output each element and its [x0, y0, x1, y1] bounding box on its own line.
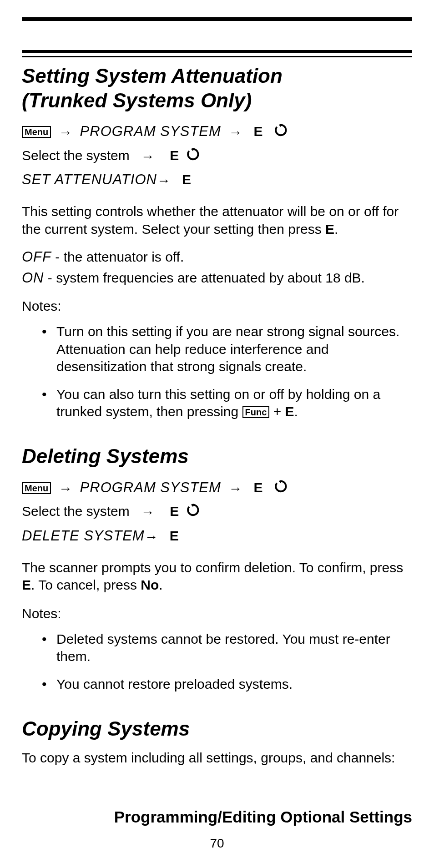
key-E: E — [254, 124, 263, 139]
select-system-text: Select the system — [22, 148, 130, 163]
section2-notes: Deleted systems cannot be restored. You … — [22, 631, 412, 693]
lcd-program-system: PROGRAM SYSTEM — [80, 123, 221, 139]
menu-badge: Menu — [22, 126, 51, 138]
key-No: No — [141, 577, 159, 592]
option-on-text: - system frequencies are attenuated by a… — [44, 270, 365, 285]
scroll-icon — [274, 122, 287, 136]
section1-body: This setting controls whether the attenu… — [22, 203, 412, 238]
key-E: E — [22, 577, 31, 592]
option-off: OFF - the attenuator is off. — [22, 248, 412, 266]
section2-nav-line1: Menu → PROGRAM SYSTEM → E — [22, 477, 412, 499]
option-on: ON - system frequencies are attenuated b… — [22, 269, 412, 287]
section1-notes-label: Notes: — [22, 298, 412, 314]
section2-notes-label: Notes: — [22, 606, 412, 621]
select-system-text: Select the system — [22, 504, 130, 519]
top-rules — [22, 0, 412, 57]
scroll-icon — [274, 478, 287, 492]
page-number: 70 — [0, 836, 434, 851]
arrow-icon: → — [141, 502, 155, 523]
section2-body: The scanner prompts you to confirm delet… — [22, 559, 412, 594]
section2-body-a: The scanner prompts you to confirm delet… — [22, 560, 403, 575]
list-item: You cannot restore preloaded systems. — [44, 676, 412, 693]
note2-a: You can also turn this setting on or off… — [56, 387, 380, 419]
arrow-icon: → — [145, 526, 158, 548]
lcd-program-system: PROGRAM SYSTEM — [80, 479, 221, 495]
key-E: E — [182, 172, 191, 187]
lcd-off: OFF — [22, 249, 51, 265]
note-text: You cannot restore preloaded systems. — [56, 676, 293, 691]
key-E: E — [170, 504, 179, 519]
list-item: You can also turn this setting on or off… — [44, 386, 412, 421]
lcd-set-attenuation: SET ATTENUATION — [22, 172, 157, 187]
func-badge: Func — [242, 406, 270, 418]
note2-plus: + — [273, 404, 285, 419]
key-E: E — [254, 480, 263, 495]
note1-text: Turn on this setting if you are near str… — [56, 324, 399, 374]
footer-title: Programming/Editing Optional Settings — [0, 808, 412, 826]
arrow-icon: → — [59, 478, 72, 500]
arrow-icon: → — [229, 478, 242, 500]
note2-b: . — [294, 404, 298, 419]
section2-title: Deleting Systems — [22, 444, 412, 469]
section2-body-c: . — [159, 577, 162, 592]
section1-body-a: This setting controls whether the attenu… — [22, 204, 399, 236]
section1-body-b: . — [334, 222, 338, 237]
arrow-icon: → — [141, 146, 155, 167]
section1-nav-line1: Menu → PROGRAM SYSTEM → E — [22, 121, 412, 143]
menu-badge: Menu — [22, 482, 51, 494]
section2-nav-line3: DELETE SYSTEM→ E — [22, 525, 412, 547]
section1-nav-line3: SET ATTENUATION→ E — [22, 169, 412, 191]
section2-body-b: . To cancel, press — [31, 577, 141, 592]
key-E: E — [170, 528, 179, 543]
section1-nav-line2: Select the system → E — [22, 145, 412, 167]
arrow-icon: → — [229, 122, 242, 143]
section1-title-line2: (Trunked Systems Only) — [22, 89, 252, 111]
list-item: Deleted systems cannot be restored. You … — [44, 631, 412, 666]
list-item: Turn on this setting if you are near str… — [44, 323, 412, 375]
section1-title-line1: Setting System Attenuation — [22, 65, 283, 87]
arrow-icon: → — [157, 170, 171, 192]
arrow-icon: → — [59, 122, 72, 143]
section1-notes: Turn on this setting if you are near str… — [22, 323, 412, 420]
lcd-on: ON — [22, 270, 44, 286]
manual-page: Setting System Attenuation (Trunked Syst… — [0, 0, 434, 868]
lcd-delete-system: DELETE SYSTEM — [22, 528, 145, 544]
key-E: E — [325, 222, 334, 237]
section3-body: To copy a system including all settings,… — [22, 749, 412, 767]
scroll-icon — [187, 146, 199, 160]
note-text: Deleted systems cannot be restored. You … — [56, 631, 390, 664]
option-off-text: - the attenuator is off. — [51, 249, 184, 264]
section3-title: Copying Systems — [22, 717, 412, 741]
section1-title: Setting System Attenuation (Trunked Syst… — [22, 64, 412, 112]
scroll-icon — [187, 502, 199, 515]
key-E: E — [285, 404, 294, 419]
section2-nav-line2: Select the system → E — [22, 501, 412, 523]
key-E: E — [170, 148, 179, 163]
